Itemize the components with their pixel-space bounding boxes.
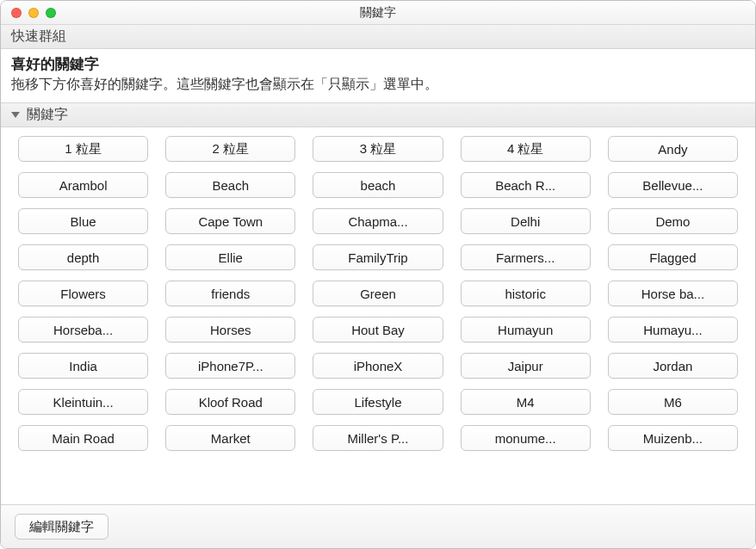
keyword-button[interactable]: Beach	[165, 172, 295, 198]
keyword-button[interactable]: Delhi	[461, 208, 591, 234]
keyword-button[interactable]: Jaipur	[461, 353, 591, 379]
keyword-button[interactable]: friends	[165, 281, 295, 306]
keyword-button[interactable]: Andy	[608, 136, 738, 162]
keyword-button[interactable]: Ellie	[165, 244, 295, 270]
keyword-button[interactable]: Bellevue...	[608, 172, 738, 198]
window-title: 關鍵字	[1, 5, 755, 21]
keyword-button[interactable]: Arambol	[18, 172, 148, 198]
keywords-header-label: 關鍵字	[27, 106, 68, 124]
keyword-button[interactable]: Flagged	[608, 244, 738, 270]
edit-keywords-button[interactable]: 編輯關鍵字	[15, 514, 108, 540]
keyword-button[interactable]: Lifestyle	[313, 389, 443, 415]
favorites-description: 拖移下方你喜好的關鍵字。這些關鍵字也會顯示在「只顯示」選單中。	[11, 76, 745, 94]
chevron-down-icon	[11, 112, 20, 118]
keyword-button[interactable]: M4	[461, 389, 591, 415]
keyword-button[interactable]: Main Road	[18, 425, 148, 451]
zoom-icon[interactable]	[46, 8, 56, 18]
keyword-button[interactable]: Chapma...	[313, 208, 443, 234]
footer: 編輯關鍵字	[1, 504, 755, 548]
keyword-button[interactable]: Farmers...	[461, 244, 591, 270]
minimize-icon[interactable]	[28, 8, 39, 18]
keyword-button[interactable]: Miller's P...	[313, 425, 443, 451]
quick-group-header[interactable]: 快速群組	[1, 25, 755, 49]
close-icon[interactable]	[11, 8, 22, 18]
keyword-button[interactable]: monume...	[461, 425, 591, 451]
keyword-button[interactable]: Horseba...	[18, 317, 148, 342]
keyword-button[interactable]: Humayu...	[608, 317, 738, 342]
keyword-button[interactable]: Flowers	[18, 281, 148, 306]
keyword-button[interactable]: depth	[18, 244, 148, 270]
keyword-button[interactable]: historic	[461, 281, 591, 306]
keyword-button[interactable]: Demo	[608, 208, 738, 234]
keyword-button[interactable]: Hout Bay	[313, 317, 443, 342]
keyword-button[interactable]: Horses	[165, 317, 295, 342]
keyword-button[interactable]: Horse ba...	[608, 281, 738, 306]
keyword-button[interactable]: India	[18, 353, 148, 379]
keywords-header[interactable]: 關鍵字	[1, 103, 755, 127]
keyword-button[interactable]: Market	[165, 425, 295, 451]
keyword-button[interactable]: iPhone7P...	[165, 353, 295, 379]
keyword-button[interactable]: Blue	[18, 208, 148, 234]
window-controls	[1, 8, 56, 18]
keyword-button[interactable]: 3 粒星	[313, 136, 443, 162]
keyword-button[interactable]: 4 粒星	[461, 136, 591, 162]
keyword-button[interactable]: 1 粒星	[18, 136, 148, 162]
keywords-grid-container: 1 粒星2 粒星3 粒星4 粒星AndyArambolBeachbeachBea…	[1, 127, 755, 504]
quick-group-label: 快速群組	[11, 28, 66, 46]
keyword-button[interactable]: Cape Town	[165, 208, 295, 234]
favorites-title: 喜好的關鍵字	[11, 54, 745, 74]
titlebar: 關鍵字	[1, 1, 755, 25]
keyword-button[interactable]: iPhoneX	[313, 353, 443, 379]
keyword-button[interactable]: FamilyTrip	[313, 244, 443, 270]
keyword-button[interactable]: 2 粒星	[165, 136, 295, 162]
keywords-window: 關鍵字 快速群組 喜好的關鍵字 拖移下方你喜好的關鍵字。這些關鍵字也會顯示在「只…	[0, 0, 756, 549]
keywords-grid: 1 粒星2 粒星3 粒星4 粒星AndyArambolBeachbeachBea…	[18, 136, 738, 451]
keyword-button[interactable]: Green	[313, 281, 443, 306]
keyword-button[interactable]: Humayun	[461, 317, 591, 342]
keyword-button[interactable]: M6	[608, 389, 738, 415]
keyword-button[interactable]: Muizenb...	[608, 425, 738, 451]
keyword-button[interactable]: Kleintuin...	[18, 389, 148, 415]
keyword-button[interactable]: beach	[313, 172, 443, 198]
keyword-button[interactable]: Beach R...	[461, 172, 591, 198]
keyword-button[interactable]: Kloof Road	[165, 389, 295, 415]
favorites-block: 喜好的關鍵字 拖移下方你喜好的關鍵字。這些關鍵字也會顯示在「只顯示」選單中。	[1, 49, 755, 103]
keyword-button[interactable]: Jordan	[608, 353, 738, 379]
